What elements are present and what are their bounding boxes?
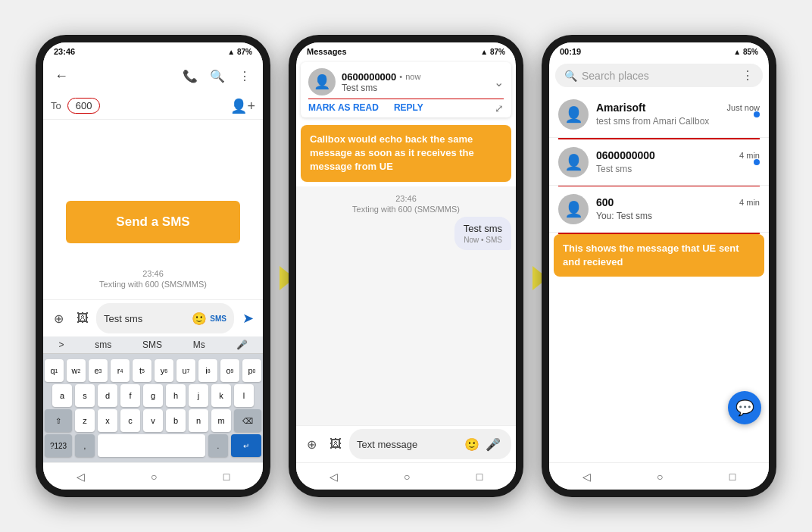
avatar-icon-3: 👤 — [564, 200, 583, 218]
emoji-icon-1[interactable]: 🙂 — [189, 308, 210, 329]
fab-icon: 💬 — [735, 399, 754, 417]
signal-icon-3: ▲ 85% — [733, 48, 758, 56]
key-space[interactable] — [98, 434, 205, 457]
nav-home-1[interactable]: ○ — [151, 471, 157, 483]
back-button-1[interactable]: ← — [51, 65, 72, 86]
mark-read-button[interactable]: MARK AS READ — [308, 102, 379, 114]
conv-time-label: 23:46 — [301, 194, 511, 203]
status-icons-3: ▲ 85% — [733, 48, 758, 56]
kb-row-2: a s d f g h j k l — [45, 384, 261, 407]
message-item-0600[interactable]: 👤 0600000000 4 min Test sms — [549, 139, 769, 186]
notif-chevron-icon[interactable]: ⌄ — [494, 75, 504, 89]
key-sym[interactable]: ?123 — [45, 434, 72, 457]
input-text-1: Test sms — [104, 313, 189, 324]
suggestion-SMS[interactable]: SMS — [136, 340, 168, 350]
mic-icon-2[interactable]: 🎤 — [483, 433, 504, 455]
input-bar-2: ⊕ 🖼 Text message 🙂 🎤 — [296, 425, 516, 462]
sent-message: Test sms Now • SMS — [301, 217, 511, 250]
search-more-icon[interactable]: ⋮ — [742, 68, 754, 83]
key-c[interactable]: c — [120, 409, 140, 432]
key-l[interactable]: l — [234, 384, 254, 407]
key-w[interactable]: w2 — [67, 359, 86, 382]
key-a[interactable]: a — [52, 384, 72, 407]
key-s[interactable]: s — [75, 384, 95, 407]
annotation-callbox: Callbox would echo back the same message… — [301, 125, 511, 182]
fab-compose[interactable]: 💬 — [728, 391, 761, 424]
key-p[interactable]: p0 — [242, 359, 261, 382]
nav-home-2[interactable]: ○ — [404, 471, 410, 483]
attach-icon-2[interactable]: ⊕ — [301, 433, 322, 455]
suggestion-mic[interactable]: 🎤 — [230, 340, 254, 350]
message-text: Test sms — [464, 223, 502, 234]
status-time-1: 23:46 — [54, 47, 75, 56]
key-e[interactable]: e3 — [89, 359, 108, 382]
message-item-600[interactable]: 👤 600 4 min You: Test sms — [549, 186, 769, 233]
key-v[interactable]: v — [143, 409, 163, 432]
texting-label-1: Texting with 600 (SMS/MMS) — [51, 280, 255, 289]
message-list: 👤 Amarisoft Just now test sms from Amari… — [549, 92, 769, 234]
more-button-1[interactable]: ⋮ — [234, 65, 255, 86]
msg-preview-0600: Test sms — [596, 164, 632, 174]
conversation-area[interactable]: 23:46 Texting with 600 (SMS/MMS) Test sm… — [296, 186, 516, 425]
suggestion-chevron[interactable]: > — [52, 340, 70, 350]
nav-back-3[interactable]: ◁ — [582, 471, 591, 483]
key-backspace[interactable]: ⌫ — [234, 409, 261, 432]
recipient-chip[interactable]: 600 — [67, 98, 101, 114]
key-q[interactable]: q1 — [45, 359, 64, 382]
notif-header: 👤 0600000000 • now Test sms ⌄ — [301, 62, 511, 99]
key-y[interactable]: y6 — [155, 359, 173, 382]
suggestion-sms[interactable]: sms — [89, 340, 117, 350]
gif-icon[interactable]: 🖼 — [72, 308, 93, 329]
nav-recents-1[interactable]: □ — [223, 471, 230, 483]
key-o[interactable]: o9 — [220, 359, 239, 382]
suggestion-Ms[interactable]: Ms — [187, 340, 211, 350]
key-z[interactable]: z — [75, 409, 95, 432]
key-g[interactable]: g — [143, 384, 163, 407]
message-item-amarisoft[interactable]: 👤 Amarisoft Just now test sms from Amari… — [549, 92, 769, 138]
msg-info-0600: 0600000000 4 min Test sms — [596, 149, 760, 175]
avatar-600: 👤 — [558, 194, 589, 224]
nav-home-3[interactable]: ○ — [657, 471, 663, 483]
key-period[interactable]: . — [208, 434, 228, 457]
emoji-icon-2[interactable]: 🙂 — [461, 433, 483, 455]
nav-recents-3[interactable]: □ — [729, 471, 735, 483]
key-x[interactable]: x — [98, 409, 117, 432]
attach-icon[interactable]: ⊕ — [48, 308, 69, 329]
search-button-1[interactable]: 🔍 — [207, 65, 228, 86]
message-input-1[interactable]: Test sms 🙂 SMS — [96, 303, 234, 333]
key-n[interactable]: n — [189, 409, 208, 432]
avatar-icon-2: 👤 — [564, 153, 583, 171]
key-shift[interactable]: ⇧ — [45, 409, 72, 432]
reply-button[interactable]: REPLY — [394, 102, 423, 114]
add-person-icon[interactable]: 👤+ — [230, 98, 255, 114]
key-comma[interactable]: , — [75, 434, 95, 457]
expand-icon[interactable]: ⤢ — [495, 102, 504, 114]
key-m[interactable]: m — [211, 409, 231, 432]
nav-back-1[interactable]: ◁ — [77, 471, 85, 483]
to-label: To — [51, 100, 61, 111]
key-b[interactable]: b — [166, 409, 186, 432]
message-input-2[interactable]: Text message 🙂 🎤 — [349, 429, 511, 459]
key-k[interactable]: k — [211, 384, 231, 407]
key-h[interactable]: h — [166, 384, 186, 407]
msg-name-0600: 0600000000 — [596, 149, 655, 161]
key-j[interactable]: j — [189, 384, 208, 407]
key-i[interactable]: i8 — [198, 359, 217, 382]
nav-recents-2[interactable]: □ — [476, 471, 483, 483]
key-f[interactable]: f — [120, 384, 140, 407]
send-icon-1[interactable]: ➤ — [237, 308, 258, 329]
key-u[interactable]: u7 — [176, 359, 195, 382]
call-button[interactable]: 📞 — [180, 65, 201, 86]
search-bar[interactable]: 🔍 Search places ⋮ — [555, 64, 763, 87]
key-enter[interactable]: ↵ — [231, 434, 261, 457]
send-sms-button[interactable]: Send a SMS — [66, 201, 240, 243]
gif-icon-2[interactable]: 🖼 — [325, 433, 346, 455]
nav-back-2[interactable]: ◁ — [329, 471, 338, 483]
notif-message: Test sms — [342, 83, 488, 93]
input-bar-1: ⊕ 🖼 Test sms 🙂 SMS ➤ — [43, 299, 263, 336]
key-d[interactable]: d — [98, 384, 117, 407]
key-r[interactable]: r4 — [111, 359, 130, 382]
status-bar-3: 00:19 ▲ 85% — [549, 42, 769, 59]
toolbar-1: ← 📞 🔍 ⋮ — [43, 59, 263, 92]
key-t[interactable]: t5 — [133, 359, 151, 382]
